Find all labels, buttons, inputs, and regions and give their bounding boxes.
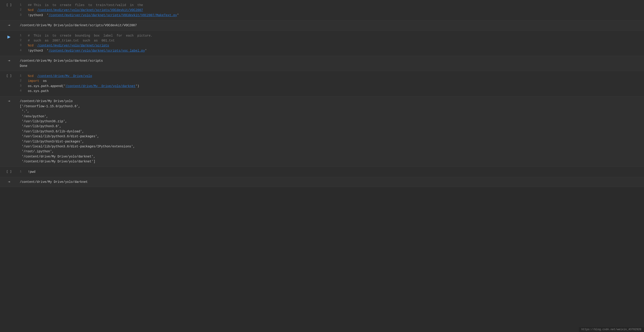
code-text: ') [136, 84, 139, 89]
output-arrow-icon: ⇥ [8, 23, 10, 27]
cell-1-output-gutter: ⇥ [0, 22, 18, 29]
code-text: %cd [28, 8, 37, 12]
code-text: %cd [28, 43, 37, 48]
code-link: /content/drive/My Drive/yolo [37, 74, 92, 79]
code-text: # such as 2007_trian.txt such as 001.txt [28, 38, 114, 43]
cell-4-output-text: /content/drive/My Drive/yolo/darknet [18, 178, 644, 185]
cell-2-output: ⇥ /content/drive/My Drive/yolo/darknet/s… [0, 56, 644, 71]
line-num: 2 [20, 8, 25, 12]
cell-3-code[interactable]: 1 %cd /content/drive/My Drive/yolo 2 imp… [18, 73, 644, 95]
cell-3-input: [ ] 1 %cd /content/drive/My Drive/yolo 2… [0, 71, 644, 96]
cell-3-output-gutter: ⇥ [0, 98, 18, 165]
cell-1-output: ⇥ /content/drive/My Drive/yolo/darknet/s… [0, 20, 644, 30]
footer: https://blog.csdn.net/weixin_43702920 [579, 327, 644, 332]
cell-3: [ ] 1 %cd /content/drive/My Drive/yolo 2… [0, 71, 644, 167]
code-line: 4 os.sys.path [20, 89, 642, 94]
cell-1-bracket: [ ] [6, 2, 12, 6]
code-text: os.sys.path [28, 89, 48, 94]
line-num: 2 [20, 79, 25, 83]
cell-2-output-gutter: ⇥ [0, 57, 18, 69]
code-text: !python3 ' [28, 48, 48, 53]
line-num: 4 [20, 48, 25, 53]
cell-3-output-text: /content/drive/My Drive/yolo ['/tensorfl… [18, 98, 644, 165]
line-num: 4 [20, 89, 25, 94]
cell-2-code[interactable]: 1 # This is to create bounding box label… [18, 32, 644, 54]
code-line: 3 os.sys.path.append('/content/drive/My … [20, 84, 642, 89]
code-line: 1 ## This is to create files to train/te… [20, 3, 642, 8]
line-num: 1 [20, 33, 25, 38]
cell-4: [ ] 1 !pwd ⇥ /content/drive/My Drive/yol… [0, 167, 644, 187]
notebook: [ ] 1 ## This is to create files to trai… [0, 0, 644, 187]
code-text: os.sys.path.append(' [28, 84, 66, 89]
code-line: 1 %cd /content/drive/My Drive/yolo [20, 74, 642, 79]
cell-3-gutter: [ ] [0, 73, 18, 77]
cell-1-input: [ ] 1 ## This is to create files to trai… [0, 0, 644, 20]
line-num: 3 [20, 84, 25, 89]
line-num: 1 [20, 74, 25, 79]
code-line: 4 !python3 '/content/mydirver/yolo/darkn… [20, 48, 642, 53]
code-link: /content/mydirver/yolo/darknet/scripts [37, 43, 109, 48]
code-text: import [28, 79, 43, 83]
cell-4-input: [ ] 1 !pwd [0, 167, 644, 177]
code-text: ## This is to create files to train/test… [28, 3, 143, 8]
cell-2-input: ▶ 1 # This is to create bounding box lab… [0, 30, 644, 56]
code-link: /content/mydirver/yolo/darknet/scripts/V… [48, 13, 177, 18]
code-line: 3 !python3 '/content/mydirver/yolo/darkn… [20, 13, 642, 18]
cell-2: ▶ 1 # This is to create bounding box lab… [0, 30, 644, 71]
code-text: os [43, 79, 47, 83]
code-text: ' [177, 13, 179, 18]
cell-1-code[interactable]: 1 ## This is to create files to train/te… [18, 2, 644, 19]
code-text: %cd [28, 74, 37, 79]
code-line: 3 %cd /content/mydirver/yolo/darknet/scr… [20, 43, 642, 48]
code-line: 2 %cd /content/mydirver/yolo/darknet/scr… [20, 8, 642, 12]
line-num: 2 [20, 38, 25, 43]
code-link: /content/mydirver/yolo/darknet/scripts/v… [48, 48, 145, 53]
run-button[interactable]: ▶ [5, 33, 13, 41]
code-text: # This is to create bounding box label f… [28, 33, 152, 38]
cell-4-output-gutter: ⇥ [0, 178, 18, 185]
cell-4-bracket: [ ] [6, 169, 12, 173]
cell-4-code[interactable]: 1 !pwd [18, 168, 644, 175]
output-arrow-icon: ⇥ [8, 99, 10, 103]
cell-1: [ ] 1 ## This is to create files to trai… [0, 0, 644, 30]
code-link: /content/mydirver/yolo/darknet/scripts/V… [37, 8, 143, 12]
cell-4-output: ⇥ /content/drive/My Drive/yolo/darknet [0, 177, 644, 187]
code-text: ' [145, 48, 147, 53]
code-line: 1 !pwd [20, 169, 642, 174]
code-line: 1 # This is to create bounding box label… [20, 33, 642, 38]
output-arrow-icon: ⇥ [8, 58, 10, 63]
code-link: /content/drive/My Drive/yolo/darknet [66, 84, 136, 89]
cell-1-output-text: /content/drive/My Drive/yolo/darknet/scr… [18, 22, 644, 29]
line-num: 1 [20, 3, 25, 8]
code-text: !python3 ' [28, 13, 48, 18]
code-line: 2 import os [20, 79, 642, 83]
footer-url: https://blog.csdn.net/weixin_43702920 [582, 328, 641, 331]
cell-2-gutter[interactable]: ▶ [0, 32, 18, 41]
line-num: 3 [20, 43, 25, 48]
cell-1-gutter: [ ] [0, 2, 18, 6]
line-num: 1 [20, 169, 25, 174]
code-line: 2 # such as 2007_trian.txt such as 001.t… [20, 38, 642, 43]
output-arrow-icon: ⇥ [8, 179, 10, 184]
cell-3-bracket: [ ] [6, 73, 12, 77]
cell-4-gutter: [ ] [0, 168, 18, 173]
code-text: !pwd [28, 169, 36, 174]
cell-3-output: ⇥ /content/drive/My Drive/yolo ['/tensor… [0, 96, 644, 166]
line-num: 3 [20, 13, 25, 18]
cell-2-output-text: /content/drive/My Drive/yolo/darknet/scr… [18, 57, 644, 69]
